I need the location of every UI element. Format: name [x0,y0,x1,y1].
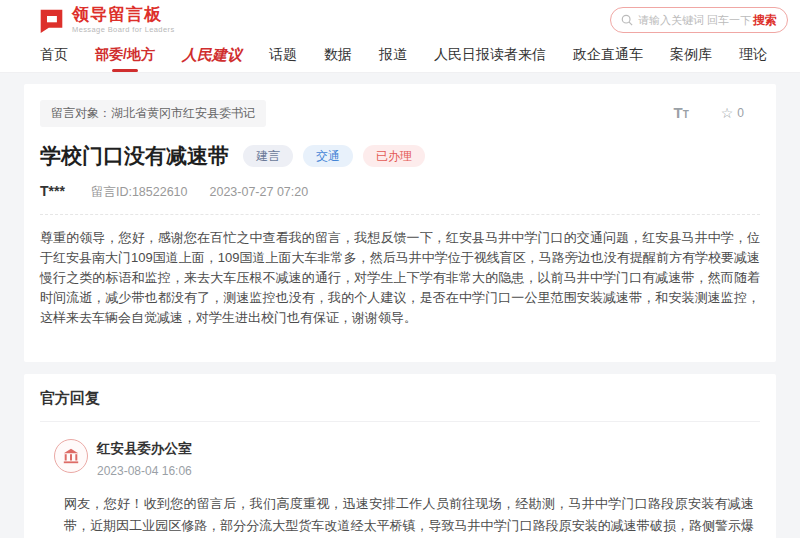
nav-item-topics[interactable]: 话题 [269,46,297,66]
search-box[interactable]: 搜索 [610,7,788,33]
reply-datetime: 2023-08-04 16:06 [97,464,192,478]
badge-status: 已办理 [363,145,425,167]
reply-paragraph: 网友，您好！收到您的留言后，我们高度重视，迅速安排工作人员前往现场，经勘测，马井… [64,493,754,538]
message-title: 学校门口没有减速带 [40,142,229,170]
message-card: 留言对象：湖北省黄冈市红安县委书记 TT ☆ 0 学校门口没有减速带 建言 交通… [24,84,776,362]
badge-domain: 交通 [303,145,353,167]
badge-category: 建言 [243,145,293,167]
page-main: 留言对象：湖北省黄冈市红安县委书记 TT ☆ 0 学校门口没有减速带 建言 交通… [0,73,800,538]
title-row: 学校门口没有减速带 建言 交通 已办理 [40,142,760,170]
nav-item-case-library[interactable]: 案例库 [670,46,712,66]
author-name: T*** [40,183,65,199]
message-body: 尊重的领导，您好，感谢您在百忙之中查看我的留言，我想反馈一下，红安县马井中学门口… [40,228,760,328]
nav-item-gov-enterprise[interactable]: 政企直通车 [573,46,643,66]
agency-avatar [54,439,88,473]
nav-item-reader-letters[interactable]: 人民日报读者来信 [434,46,546,66]
site-title: 领导留言板 [72,6,175,23]
nav-item-theory[interactable]: 理论 [739,46,767,66]
font-size-toggle[interactable]: TT [673,104,688,122]
nav-item-data[interactable]: 数据 [324,46,352,66]
message-target-tag: 留言对象：湖北省黄冈市红安县委书记 [40,100,266,127]
nav-item-reports[interactable]: 报道 [379,46,407,66]
search-icon [621,14,633,26]
reply-card: 官方回复 红安县委办公室 2023-08-04 16:06 [24,374,776,538]
message-tools: TT ☆ 0 [673,104,744,122]
reply-section-title: 官方回复 [24,374,776,421]
site-header: 领导留言板 Message Board for Leaders 搜索 [0,0,800,40]
nav-item-home[interactable]: 首页 [40,46,68,66]
nav-item-peoples-suggestions[interactable]: 人民建议 [182,46,242,67]
search-input[interactable] [638,14,753,26]
search-button[interactable]: 搜索 [753,12,777,29]
reply-head-row: 红安县委办公室 2023-08-04 16:06 [54,439,754,478]
reply-body: 网友，您好！收到您的留言后，我们高度重视，迅速安排工作人员前往现场，经勘测，马井… [64,493,754,538]
main-nav: 首页 部委/地方 人民建议 话题 数据 报道 人民日报读者来信 政企直通车 案例… [0,40,800,73]
site-logo[interactable]: 领导留言板 Message Board for Leaders [38,6,175,34]
logo-icon [38,7,65,34]
site-subtitle: Message Board for Leaders [72,25,175,34]
author-row: T*** 留言ID:18522610 2023-07-27 07:20 [40,183,760,215]
star-icon: ☆ [721,106,734,120]
star-count: 0 [737,106,744,120]
nav-item-ministries-local[interactable]: 部委/地方 [95,46,155,66]
government-building-icon [62,447,80,465]
agency-name: 红安县委办公室 [97,440,192,458]
message-id: 留言ID:18522610 [91,184,188,201]
star-button[interactable]: ☆ 0 [721,106,744,120]
message-datetime: 2023-07-27 07:20 [210,185,309,199]
